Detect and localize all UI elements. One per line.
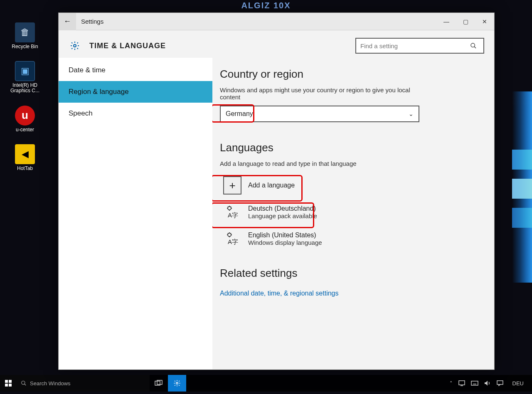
desktop-icon-label: HotTab	[17, 166, 33, 171]
desktop-icon-u-center[interactable]: u u-center	[0, 104, 50, 134]
tray-network-icon[interactable]	[458, 380, 465, 386]
svg-rect-10	[9, 384, 12, 387]
language-name: English (United States)	[248, 231, 322, 239]
tray-action-center-icon[interactable]	[497, 380, 503, 386]
wallpaper-edge	[512, 91, 532, 283]
desktop-icon-intel-graphics[interactable]: ▣ Intel(R) HD Graphics C...	[0, 59, 50, 95]
svg-point-5	[228, 233, 231, 236]
desktop-icon-recycle-bin[interactable]: 🗑 Recycle Bin	[0, 21, 50, 51]
desktop-icon-label: Recycle Bin	[12, 44, 38, 49]
trash-icon: 🗑	[15, 22, 35, 42]
svg-marker-23	[485, 381, 488, 386]
svg-line-12	[25, 384, 26, 386]
language-item-deutsch[interactable]: A字 Deutsch (Deutschland) Language pack a…	[220, 199, 480, 225]
sidebar-item-speech[interactable]: Speech	[59, 103, 212, 124]
svg-rect-18	[471, 381, 478, 385]
add-language-button[interactable]: + Add a language	[220, 172, 480, 199]
window-title: Settings	[76, 18, 103, 25]
svg-rect-8	[9, 380, 12, 383]
language-status: Windows display language	[248, 239, 322, 246]
gear-icon	[173, 379, 181, 387]
start-button[interactable]	[0, 375, 17, 392]
language-icon: A字	[223, 229, 241, 248]
language-status: Language pack available	[248, 212, 317, 219]
minimize-button[interactable]: —	[437, 13, 456, 30]
taskbar-search[interactable]: Search Windows	[17, 375, 150, 392]
svg-point-1	[471, 43, 475, 47]
tray-volume-icon[interactable]	[484, 380, 491, 386]
desktop-icon-label: Intel(R) HD Graphics C...	[10, 83, 39, 94]
svg-point-11	[22, 381, 25, 384]
languages-heading: Languages	[220, 141, 480, 154]
desktop-icons: 🗑 Recycle Bin ▣ Intel(R) HD Graphics C..…	[0, 21, 50, 181]
sidebar: Date & time Region & language Speech	[59, 58, 212, 369]
language-item-english[interactable]: A字 English (United States) Windows displ…	[220, 225, 480, 252]
tray-chevron-up-icon[interactable]: ˄	[450, 380, 453, 387]
svg-rect-24	[497, 381, 503, 384]
related-heading: Related settings	[220, 267, 480, 280]
language-name: Deutsch (Deutschland)	[248, 205, 317, 212]
svg-text:A字: A字	[228, 238, 238, 245]
region-heading: Country or region	[220, 68, 480, 81]
svg-point-0	[74, 44, 76, 47]
settings-search[interactable]	[355, 38, 484, 54]
titlebar: ← Settings — ▢ ✕	[59, 13, 494, 30]
taskbar-search-placeholder: Search Windows	[30, 380, 71, 387]
svg-text:A字: A字	[228, 212, 238, 219]
languages-description: Add a language to read and type in that …	[220, 160, 419, 167]
plus-icon: +	[223, 176, 241, 195]
system-tray: ˄ DEU	[445, 380, 532, 387]
sidebar-item-date-time[interactable]: Date & time	[59, 59, 212, 81]
desktop-icon-label: u-center	[16, 127, 34, 133]
region-description: Windows and apps might use your country …	[220, 86, 419, 101]
task-view-icon	[155, 380, 163, 387]
svg-line-2	[474, 47, 476, 48]
close-button[interactable]: ✕	[475, 13, 494, 30]
maximize-button[interactable]: ▢	[456, 13, 475, 30]
desktop-icon-hottab[interactable]: ◀ HotTab	[0, 143, 50, 173]
taskbar-app-settings[interactable]	[168, 375, 186, 392]
tray-language-indicator[interactable]: DEU	[509, 380, 527, 387]
windows-icon	[5, 380, 12, 387]
u-center-icon: u	[15, 106, 35, 126]
content-pane: Country or region Windows and apps might…	[212, 58, 494, 369]
settings-window: ← Settings — ▢ ✕ TIME & LANGUAGE Date & …	[58, 12, 495, 370]
search-icon	[21, 380, 27, 386]
svg-point-15	[176, 382, 178, 384]
gear-icon	[69, 39, 81, 52]
hottab-icon: ◀	[15, 144, 35, 164]
add-language-label: Add a language	[248, 182, 295, 189]
sidebar-item-region-language[interactable]: Region & language	[59, 81, 212, 103]
tray-keyboard-icon[interactable]	[471, 381, 478, 386]
search-input[interactable]	[360, 42, 470, 49]
related-settings-link[interactable]: Additional date, time, & regional settin…	[220, 290, 339, 297]
taskbar: Search Windows ˄ DEU	[0, 375, 532, 392]
section-title: TIME & LANGUAGE	[89, 42, 166, 50]
search-icon	[470, 42, 479, 49]
chip-icon: ▣	[15, 61, 35, 81]
svg-rect-7	[5, 380, 8, 383]
language-icon: A字	[223, 203, 241, 221]
device-bezel-label: ALGIZ 10X	[0, 1, 532, 10]
chevron-down-icon: ⌄	[409, 111, 414, 117]
section-header: TIME & LANGUAGE	[59, 30, 494, 58]
svg-rect-9	[5, 384, 8, 387]
back-button[interactable]: ←	[59, 13, 76, 30]
region-dropdown[interactable]: Germany ⌄	[220, 106, 419, 122]
svg-rect-16	[459, 381, 465, 385]
task-view-button[interactable]	[150, 375, 168, 392]
svg-point-3	[228, 207, 231, 210]
region-selected-value: Germany	[226, 110, 253, 118]
